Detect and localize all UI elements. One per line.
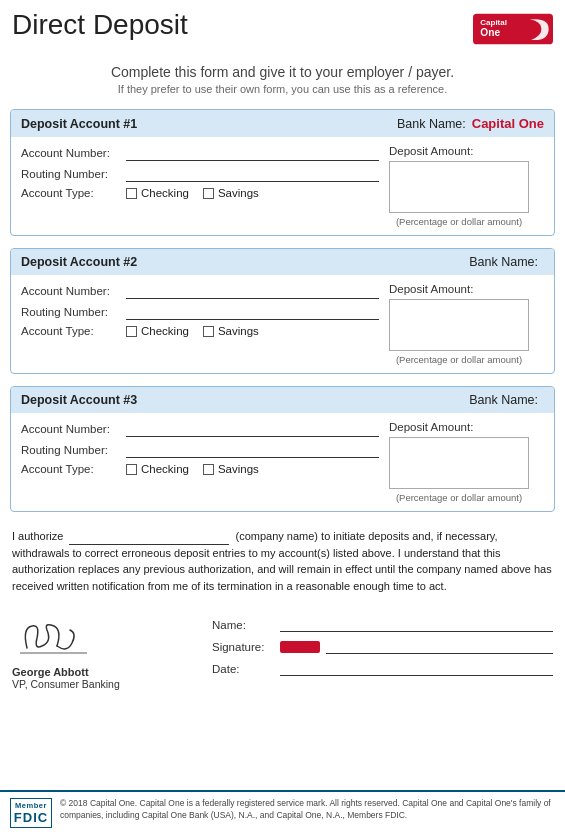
routing-number-label-3: Routing Number: bbox=[21, 444, 126, 456]
bank-name-label-3: Bank Name: bbox=[469, 393, 538, 407]
checking-option-3[interactable]: Checking bbox=[126, 463, 189, 475]
routing-number-row-3: Routing Number: bbox=[21, 442, 379, 458]
account-number-input-1[interactable] bbox=[126, 145, 379, 161]
auth-company-line[interactable] bbox=[69, 544, 229, 545]
account-bank-name-3: Bank Name: bbox=[469, 393, 544, 407]
deposit-amount-label-1: Deposit Amount: bbox=[389, 145, 473, 157]
account-bank-name-1: Bank Name: Capital One bbox=[397, 116, 544, 131]
routing-number-row-1: Routing Number: bbox=[21, 166, 379, 182]
name-field-row: Name: bbox=[212, 618, 553, 632]
checking-option-2[interactable]: Checking bbox=[126, 325, 189, 337]
svg-text:One: One bbox=[480, 27, 500, 38]
account-number-input-3[interactable] bbox=[126, 421, 379, 437]
capital-one-logo: Capital One bbox=[473, 10, 553, 48]
date-input-line[interactable] bbox=[280, 662, 553, 676]
checking-checkbox-1[interactable] bbox=[126, 188, 137, 199]
routing-number-row-2: Routing Number: bbox=[21, 304, 379, 320]
bank-name-label-1: Bank Name: bbox=[397, 117, 466, 131]
date-label: Date: bbox=[212, 663, 274, 675]
sig-right: Name: Signature: Date: bbox=[212, 608, 553, 676]
signature-label: Signature: bbox=[212, 641, 274, 653]
checking-option-1[interactable]: Checking bbox=[126, 187, 189, 199]
account-bank-name-2: Bank Name: bbox=[469, 255, 544, 269]
auth-text: (company name) to initiate deposits and,… bbox=[12, 530, 552, 592]
routing-number-input-3[interactable] bbox=[126, 442, 379, 458]
account-fields-3: Account Number: Routing Number: Account … bbox=[21, 421, 379, 503]
signer-title: VP, Consumer Banking bbox=[12, 678, 192, 690]
header: Direct Deposit Capital One bbox=[0, 0, 565, 54]
date-field-row: Date: bbox=[212, 662, 553, 676]
deposit-amount-section-1: Deposit Amount: (Percentage or dollar am… bbox=[389, 145, 544, 227]
account-fields-2: Account Number: Routing Number: Account … bbox=[21, 283, 379, 365]
routing-number-label-2: Routing Number: bbox=[21, 306, 126, 318]
subtitle-sub: If they prefer to use their own form, yo… bbox=[20, 83, 545, 95]
fdic-member-label: Member bbox=[15, 801, 47, 810]
deposit-amount-box-2[interactable] bbox=[389, 299, 529, 351]
account-header-2: Deposit Account #2 Bank Name: bbox=[11, 249, 554, 275]
deposit-amount-section-3: Deposit Amount: (Percentage or dollar am… bbox=[389, 421, 544, 503]
account-body-3: Account Number: Routing Number: Account … bbox=[11, 413, 554, 511]
checking-label-1: Checking bbox=[141, 187, 189, 199]
name-input-line[interactable] bbox=[280, 618, 553, 632]
fdic-label: FDIC bbox=[14, 810, 48, 825]
checking-checkbox-3[interactable] bbox=[126, 464, 137, 475]
account-section-2: Deposit Account #2 Bank Name: Account Nu… bbox=[10, 248, 555, 374]
fdic-badge: Member FDIC bbox=[10, 798, 52, 828]
account-type-row-3: Account Type: Checking Savings bbox=[21, 463, 379, 475]
account-section-1: Deposit Account #1 Bank Name: Capital On… bbox=[10, 109, 555, 236]
savings-checkbox-3[interactable] bbox=[203, 464, 214, 475]
account-heading-2: Deposit Account #2 bbox=[21, 255, 137, 269]
savings-checkbox-2[interactable] bbox=[203, 326, 214, 337]
account-fields-1: Account Number: Routing Number: Account … bbox=[21, 145, 379, 227]
account-number-input-2[interactable] bbox=[126, 283, 379, 299]
savings-label-1: Savings bbox=[218, 187, 259, 199]
account-number-label-3: Account Number: bbox=[21, 423, 126, 435]
savings-option-2[interactable]: Savings bbox=[203, 325, 259, 337]
logo-container: Capital One bbox=[473, 10, 553, 48]
signature-section: George Abbott VP, Consumer Banking Name:… bbox=[0, 600, 565, 696]
sig-left: George Abbott VP, Consumer Banking bbox=[12, 608, 192, 690]
authorization-section: I authorize (company name) to initiate d… bbox=[0, 518, 565, 600]
account-number-label-2: Account Number: bbox=[21, 285, 126, 297]
savings-option-1[interactable]: Savings bbox=[203, 187, 259, 199]
auth-prefix: I authorize bbox=[12, 530, 63, 542]
routing-number-input-1[interactable] bbox=[126, 166, 379, 182]
footer: Member FDIC © 2018 Capital One. Capital … bbox=[0, 790, 565, 834]
checkbox-group-3: Checking Savings bbox=[126, 463, 259, 475]
account-type-label-2: Account Type: bbox=[21, 325, 126, 337]
account-number-row-1: Account Number: bbox=[21, 145, 379, 161]
name-label: Name: bbox=[212, 619, 274, 631]
routing-number-input-2[interactable] bbox=[126, 304, 379, 320]
account-number-row-3: Account Number: bbox=[21, 421, 379, 437]
deposit-amount-box-1[interactable] bbox=[389, 161, 529, 213]
signer-name: George Abbott bbox=[12, 666, 192, 678]
signature-field-row: Signature: bbox=[212, 640, 553, 654]
account-type-row-2: Account Type: Checking Savings bbox=[21, 325, 379, 337]
account-body-2: Account Number: Routing Number: Account … bbox=[11, 275, 554, 373]
bank-name-value-1: Capital One bbox=[472, 116, 544, 131]
checking-label-2: Checking bbox=[141, 325, 189, 337]
subtitle-main: Complete this form and give it to your e… bbox=[20, 64, 545, 80]
signature-input-line[interactable] bbox=[326, 640, 553, 654]
signature-red-marker bbox=[280, 641, 320, 653]
bank-name-label-2: Bank Name: bbox=[469, 255, 538, 269]
deposit-amount-box-3[interactable] bbox=[389, 437, 529, 489]
savings-checkbox-1[interactable] bbox=[203, 188, 214, 199]
account-type-label-3: Account Type: bbox=[21, 463, 126, 475]
checkbox-group-1: Checking Savings bbox=[126, 187, 259, 199]
page: Direct Deposit Capital One Complete this… bbox=[0, 0, 565, 834]
account-header-1: Deposit Account #1 Bank Name: Capital On… bbox=[11, 110, 554, 137]
account-section-3: Deposit Account #3 Bank Name: Account Nu… bbox=[10, 386, 555, 512]
savings-option-3[interactable]: Savings bbox=[203, 463, 259, 475]
account-header-3: Deposit Account #3 Bank Name: bbox=[11, 387, 554, 413]
account-type-row-1: Account Type: Checking Savings bbox=[21, 187, 379, 199]
account-heading-1: Deposit Account #1 bbox=[21, 117, 137, 131]
deposit-amount-label-3: Deposit Amount: bbox=[389, 421, 473, 433]
checking-checkbox-2[interactable] bbox=[126, 326, 137, 337]
subtitle-section: Complete this form and give it to your e… bbox=[0, 54, 565, 103]
savings-label-3: Savings bbox=[218, 463, 259, 475]
deposit-amount-label-2: Deposit Amount: bbox=[389, 283, 473, 295]
savings-label-2: Savings bbox=[218, 325, 259, 337]
account-body-1: Account Number: Routing Number: Account … bbox=[11, 137, 554, 235]
deposit-amount-hint-1: (Percentage or dollar amount) bbox=[389, 216, 529, 227]
